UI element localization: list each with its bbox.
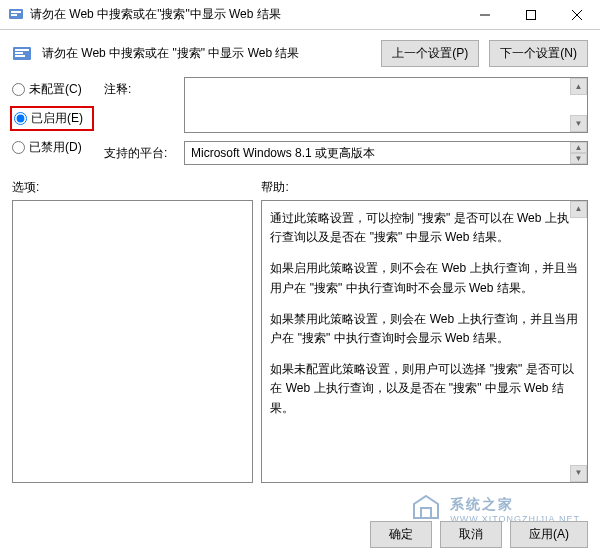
svg-rect-2 [11,14,17,16]
help-scrollbar: ▲ ▼ [570,201,587,482]
policy-icon [12,44,32,64]
policy-icon [8,7,24,23]
help-box: 通过此策略设置，可以控制 "搜索" 是否可以在 Web 上执行查询以及是否在 "… [261,200,588,483]
cancel-button[interactable]: 取消 [440,521,502,548]
header-title: 请勿在 Web 中搜索或在 "搜索" 中显示 Web 结果 [42,45,371,62]
ok-button[interactable]: 确定 [370,521,432,548]
scroll-down-icon[interactable]: ▼ [570,465,587,482]
platform-value: Microsoft Windows 8.1 或更高版本 [191,145,375,162]
options-column: 选项: [12,179,253,483]
fields-column: 注释: ▲ ▼ 支持的平台: Microsoft Windows 8.1 或更高… [104,77,588,173]
scroll-up-icon[interactable]: ▲ [570,201,587,218]
footer-buttons: 确定 取消 应用(A) [370,521,588,548]
next-setting-button[interactable]: 下一个设置(N) [489,40,588,67]
platform-scrollbar: ▲ ▼ [570,142,587,164]
help-label: 帮助: [261,179,588,196]
help-paragraph: 如果未配置此策略设置，则用户可以选择 "搜索" 是否可以在 Web 上执行查询，… [270,360,579,418]
radio-enabled[interactable]: 已启用(E) [14,110,90,127]
radio-disabled-input[interactable] [12,141,25,154]
radio-enabled-highlight: 已启用(E) [10,106,94,131]
titlebar: 请勿在 Web 中搜索或在"搜索"中显示 Web 结果 [0,0,600,30]
comment-row: 注释: ▲ ▼ [104,77,588,133]
scroll-up-icon[interactable]: ▲ [570,78,587,95]
svg-rect-11 [421,508,431,518]
svg-rect-8 [15,49,29,51]
comment-scrollbar: ▲ ▼ [570,78,587,132]
svg-rect-10 [15,55,25,57]
svg-rect-1 [11,11,21,13]
help-paragraph: 通过此策略设置，可以控制 "搜索" 是否可以在 Web 上执行查询以及是否在 "… [270,209,579,247]
radio-not-configured-input[interactable] [12,83,25,96]
lower-area: 选项: 帮助: 通过此策略设置，可以控制 "搜索" 是否可以在 Web 上执行查… [0,173,600,483]
radio-disabled-label: 已禁用(D) [29,139,82,156]
close-button[interactable] [554,0,600,30]
radio-disabled[interactable]: 已禁用(D) [12,139,92,156]
window-title: 请勿在 Web 中搜索或在"搜索"中显示 Web 结果 [30,6,462,23]
maximize-button[interactable] [508,0,554,30]
comment-textarea[interactable]: ▲ ▼ [184,77,588,133]
radio-column: 未配置(C) 已启用(E) 已禁用(D) [12,77,92,173]
minimize-button[interactable] [462,0,508,30]
help-column: 帮助: 通过此策略设置，可以控制 "搜索" 是否可以在 Web 上执行查询以及是… [261,179,588,483]
svg-rect-4 [527,10,536,19]
radio-enabled-input[interactable] [14,112,27,125]
content-area: 未配置(C) 已启用(E) 已禁用(D) 注释: ▲ ▼ 支持的平台: [0,77,600,173]
radio-not-configured-label: 未配置(C) [29,81,82,98]
platform-row: 支持的平台: Microsoft Windows 8.1 或更高版本 ▲ ▼ [104,141,588,165]
scroll-up-icon[interactable]: ▲ [570,142,587,153]
scroll-down-icon[interactable]: ▼ [570,153,587,164]
previous-setting-button[interactable]: 上一个设置(P) [381,40,479,67]
watermark-title: 系统之家 [450,496,580,514]
comment-label: 注释: [104,77,184,133]
apply-button[interactable]: 应用(A) [510,521,588,548]
options-label: 选项: [12,179,253,196]
header-row: 请勿在 Web 中搜索或在 "搜索" 中显示 Web 结果 上一个设置(P) 下… [0,30,600,77]
radio-enabled-label: 已启用(E) [31,110,83,127]
options-box [12,200,253,483]
platform-box: Microsoft Windows 8.1 或更高版本 ▲ ▼ [184,141,588,165]
scroll-down-icon[interactable]: ▼ [570,115,587,132]
help-paragraph: 如果启用此策略设置，则不会在 Web 上执行查询，并且当用户在 "搜索" 中执行… [270,259,579,297]
radio-not-configured[interactable]: 未配置(C) [12,81,92,98]
platform-label: 支持的平台: [104,141,184,165]
svg-rect-9 [15,52,23,54]
help-paragraph: 如果禁用此策略设置，则会在 Web 上执行查询，并且当用户在 "搜索" 中执行查… [270,310,579,348]
